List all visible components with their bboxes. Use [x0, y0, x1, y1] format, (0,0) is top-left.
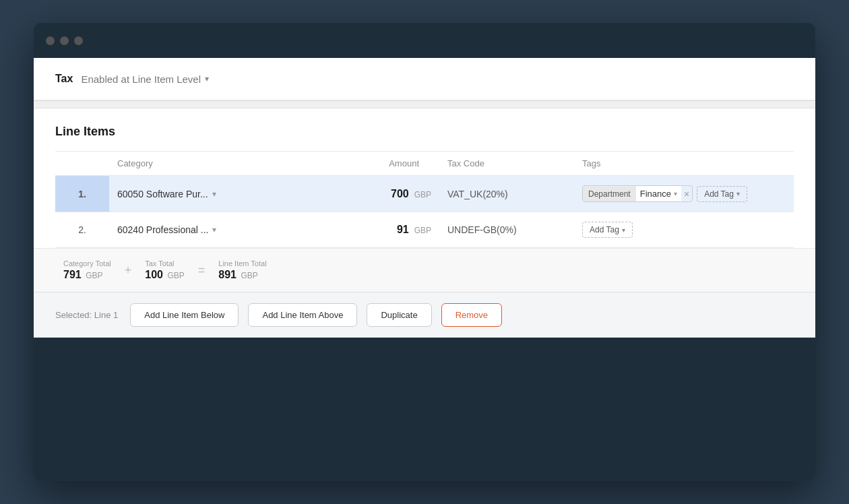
category-total-label: Category Total — [63, 259, 111, 267]
category-total-value-row: 791 GBP — [63, 269, 111, 281]
tax-code-cell: UNDEF-GB(0%) — [439, 212, 574, 248]
titlebar — [34, 23, 815, 58]
category-cell[interactable]: 60240 Professional ... ▾ — [109, 212, 305, 248]
add-tag-button[interactable]: Add Tag ▾ — [697, 186, 747, 202]
tax-total-value: 100 — [145, 269, 163, 280]
category-dropdown[interactable]: 60240 Professional ... ▾ — [117, 224, 296, 235]
amount-value: 91 — [397, 224, 409, 235]
table-row: 1. 60050 Software Pur... ▾ 700 GBP VAT_U… — [55, 176, 794, 212]
line-items-section: Line Items Category Amount Tax Code Tags… — [34, 108, 815, 292]
amount-cell: 700 GBP — [305, 176, 439, 212]
add-tag-label: Add Tag — [704, 189, 734, 199]
tax-total-block: Tax Total 100 GBP — [145, 259, 185, 281]
add-tag-button[interactable]: Add Tag ▾ — [582, 222, 633, 238]
remove-button[interactable]: Remove — [441, 303, 502, 327]
category-value: 60240 Professional ... — [117, 224, 208, 235]
line-item-total-value-row: 891 GBP — [218, 269, 266, 281]
category-total-value: 791 — [63, 269, 82, 280]
line-items-table: Category Amount Tax Code Tags 1. 60050 S… — [55, 151, 794, 248]
category-total-currency: GBP — [86, 271, 102, 280]
category-chevron-icon: ▾ — [212, 225, 216, 234]
minimize-button[interactable] — [60, 36, 69, 45]
line-items-title: Line Items — [55, 125, 794, 139]
tag-item: Department Finance ▾ × — [582, 185, 693, 202]
tax-total-value-row: 100 GBP — [145, 269, 185, 281]
tags-cell: Department Finance ▾ × Add Tag ▾ — [574, 176, 794, 212]
table-row: 2. 60240 Professional ... ▾ 91 GBP UNDEF… — [55, 212, 794, 248]
category-cell[interactable]: 60050 Software Pur... ▾ — [109, 176, 305, 212]
equals-operator: = — [198, 263, 206, 278]
tag-value-container[interactable]: Finance ▾ — [636, 186, 681, 201]
col-header-tags: Tags — [574, 152, 794, 176]
chevron-down-icon: ▾ — [205, 74, 209, 84]
table-header-row: Category Amount Tax Code Tags — [55, 152, 794, 176]
line-item-total-currency: GBP — [241, 271, 257, 280]
tags-cell: Add Tag ▾ — [574, 212, 794, 248]
amount-currency: GBP — [414, 190, 431, 199]
selected-label: Selected: Line 1 — [55, 310, 118, 320]
col-header-num — [55, 152, 109, 176]
tax-code-cell: VAT_UK(20%) — [439, 176, 574, 212]
line-item-total-block: Line Item Total 891 GBP — [218, 259, 266, 281]
col-header-amount: Amount — [305, 152, 439, 176]
app-window: Tax Enabled at Line Item Level ▾ Line It… — [34, 23, 815, 481]
tax-total-label: Tax Total — [145, 259, 185, 267]
tax-dropdown[interactable]: Enabled at Line Item Level ▾ — [81, 73, 209, 85]
tag-key: Department — [583, 187, 636, 201]
add-tag-chevron-icon: ▾ — [622, 226, 625, 234]
line-item-total-value: 891 — [218, 269, 237, 280]
amount-value: 700 — [391, 188, 409, 199]
add-tag-label: Add Tag — [590, 225, 619, 234]
line-item-total-label: Line Item Total — [218, 259, 266, 267]
tags-container: Department Finance ▾ × Add Tag ▾ — [582, 185, 786, 202]
section-divider — [34, 100, 815, 108]
tax-section: Tax Enabled at Line Item Level ▾ — [34, 58, 815, 100]
row-number: 1. — [55, 176, 109, 212]
category-chevron-icon: ▾ — [212, 189, 216, 199]
tax-label: Tax — [55, 73, 73, 85]
add-line-item-below-button[interactable]: Add Line Item Below — [130, 303, 239, 327]
category-total-block: Category Total 791 GBP — [63, 259, 111, 281]
add-line-item-above-button[interactable]: Add Line Item Above — [248, 303, 357, 327]
col-header-taxcode: Tax Code — [439, 152, 574, 176]
amount-currency: GBP — [414, 226, 431, 235]
duplicate-button[interactable]: Duplicate — [367, 303, 431, 327]
close-button[interactable] — [46, 36, 55, 45]
totals-row: Category Total 791 GBP + Tax Total 100 G… — [34, 248, 815, 292]
tax-dropdown-value: Enabled at Line Item Level — [81, 73, 201, 85]
tax-total-currency: GBP — [167, 271, 184, 280]
tag-chevron-icon: ▾ — [674, 190, 677, 197]
col-header-category: Category — [109, 152, 305, 176]
category-value: 60050 Software Pur... — [117, 189, 208, 199]
tag-value-text: Finance — [640, 189, 671, 199]
footer-bar: Selected: Line 1 Add Line Item Below Add… — [34, 292, 815, 338]
row-number: 2. — [55, 212, 109, 248]
category-dropdown[interactable]: 60050 Software Pur... ▾ — [117, 189, 296, 199]
tags-container: Add Tag ▾ — [582, 222, 786, 238]
plus-operator: + — [125, 263, 132, 278]
tag-remove-button[interactable]: × — [681, 189, 692, 199]
add-tag-chevron-icon: ▾ — [736, 190, 740, 197]
content-area: Tax Enabled at Line Item Level ▾ Line It… — [34, 58, 815, 338]
amount-cell: 91 GBP — [305, 212, 439, 248]
maximize-button[interactable] — [74, 36, 83, 45]
